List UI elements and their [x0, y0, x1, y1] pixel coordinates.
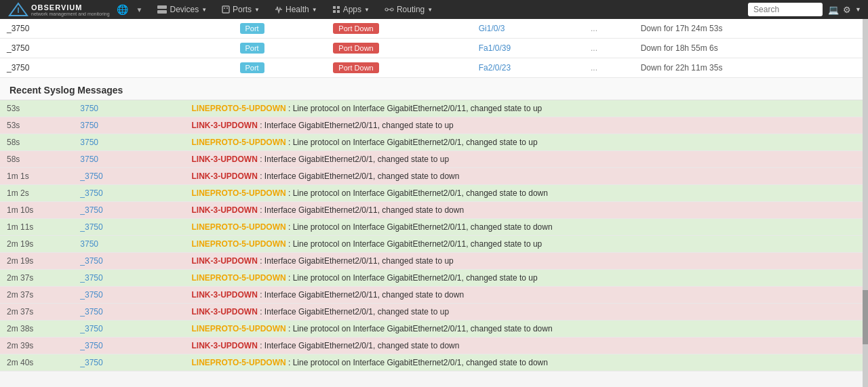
- badge-port-cell: Port: [233, 19, 327, 39]
- syslog-msg-text: : Interface GigabitEthernet2/0/11, chang…: [260, 256, 454, 266]
- syslog-msg-type[interactable]: LINEPROTO-5-UPDOWN: [192, 358, 286, 367]
- port-badge: Port: [240, 23, 264, 34]
- syslog-msg-type[interactable]: LINK-3-UPDOWN: [192, 341, 258, 350]
- down-time-cell: Down for 22h 11m 35s: [634, 58, 868, 78]
- scrollbar-thumb[interactable]: [863, 290, 868, 344]
- syslog-message: LINEPROTO-5-UPDOWN : Line protocol on In…: [185, 236, 868, 253]
- syslog-time: 1m 1s: [0, 168, 73, 185]
- port-down-badge: Port Down: [333, 23, 378, 34]
- server-icon: [157, 5, 167, 14]
- syslog-msg-type[interactable]: LINEPROTO-5-UPDOWN: [192, 273, 286, 283]
- syslog-msg-type[interactable]: LINEPROTO-5-UPDOWN: [192, 138, 286, 147]
- syslog-msg-type[interactable]: LINK-3-UPDOWN: [192, 121, 258, 130]
- syslog-msg-type[interactable]: LINEPROTO-5-UPDOWN: [192, 188, 286, 198]
- main-content: _3750 Port Port Down Gi1/0/3 ... Down fo…: [0, 19, 868, 371]
- syslog-device[interactable]: _3750: [73, 219, 184, 236]
- nav-ports[interactable]: Ports ▼: [215, 0, 267, 19]
- globe-icon[interactable]: 🌐: [117, 4, 128, 15]
- nav-apps[interactable]: Apps ▼: [326, 0, 376, 19]
- syslog-row: 58s 3750 LINEPROTO-5-UPDOWN : Line proto…: [0, 134, 868, 151]
- nav-icons: 💻 ⚙ ▼: [824, 5, 865, 15]
- interface-cell: Gi1/0/3: [472, 19, 584, 39]
- syslog-msg-text: : Interface GigabitEthernet2/0/11, chang…: [260, 205, 464, 215]
- syslog-time: 53s: [0, 117, 73, 134]
- syslog-message: LINK-3-UPDOWN : Interface GigabitEtherne…: [185, 253, 868, 270]
- syslog-message: LINK-3-UPDOWN : Interface GigabitEtherne…: [185, 151, 868, 168]
- syslog-time: 1m 2s: [0, 185, 73, 202]
- brand-logo-icon: [8, 2, 28, 17]
- syslog-row: 2m 19s 3750 LINEPROTO-5-UPDOWN : Line pr…: [0, 236, 868, 253]
- device-name: _3750: [0, 19, 233, 39]
- health-caret-icon: ▼: [312, 7, 317, 13]
- syslog-message: LINK-3-UPDOWN : Interface GigabitEtherne…: [185, 338, 868, 354]
- svg-point-12: [391, 8, 393, 11]
- syslog-device[interactable]: 3750: [73, 117, 184, 134]
- syslog-device[interactable]: _3750: [73, 168, 184, 185]
- syslog-time: 2m 19s: [0, 253, 73, 270]
- syslog-msg-type[interactable]: LINEPROTO-5-UPDOWN: [192, 324, 286, 333]
- syslog-msg-type[interactable]: LINEPROTO-5-UPDOWN: [192, 104, 286, 113]
- interface-link[interactable]: Fa1/0/39: [479, 43, 511, 53]
- device-name: _3750: [0, 58, 233, 78]
- port-down-badge: Port Down: [333, 62, 378, 73]
- settings-icon[interactable]: ⚙: [843, 5, 851, 15]
- syslog-device[interactable]: _3750: [73, 287, 184, 304]
- brand-sub: network management and monitoring: [31, 12, 110, 16]
- svg-rect-7: [333, 6, 336, 9]
- syslog-msg-text: : Line protocol on Interface GigabitEthe…: [288, 222, 553, 232]
- syslog-msg-type[interactable]: LINEPROTO-5-UPDOWN: [192, 222, 286, 232]
- scrollbar[interactable]: [863, 19, 868, 371]
- interface-link[interactable]: Fa2/0/23: [479, 63, 511, 73]
- badge-port-cell: Port: [233, 58, 327, 78]
- syslog-row: 2m 38s _3750 LINEPROTO-5-UPDOWN : Line p…: [0, 321, 868, 338]
- syslog-msg-text: : Line protocol on Interface GigabitEthe…: [288, 138, 538, 147]
- port-row: _3750 Port Port Down Gi1/0/3 ... Down fo…: [0, 19, 868, 39]
- apps-icon: [332, 5, 340, 14]
- syslog-time: 1m 10s: [0, 202, 73, 219]
- syslog-device[interactable]: _3750: [73, 354, 184, 371]
- syslog-time: 58s: [0, 134, 73, 151]
- nav-devices[interactable]: Devices ▼: [151, 0, 214, 19]
- syslog-msg-type[interactable]: LINK-3-UPDOWN: [192, 290, 258, 300]
- syslog-msg-type[interactable]: LINK-3-UPDOWN: [192, 256, 258, 266]
- monitor-icon[interactable]: 💻: [828, 5, 839, 15]
- ports-icon: [222, 5, 230, 14]
- syslog-device[interactable]: _3750: [73, 304, 184, 321]
- syslog-msg-type[interactable]: LINK-3-UPDOWN: [192, 205, 258, 215]
- syslog-device[interactable]: 3750: [73, 151, 184, 168]
- syslog-msg-text: : Line protocol on Interface GigabitEthe…: [288, 104, 542, 113]
- settings-caret-icon: ▼: [855, 6, 861, 13]
- syslog-msg-type[interactable]: LINK-3-UPDOWN: [192, 155, 258, 164]
- syslog-device[interactable]: _3750: [73, 253, 184, 270]
- syslog-msg-type[interactable]: LINK-3-UPDOWN: [192, 171, 258, 181]
- syslog-device[interactable]: _3750: [73, 270, 184, 287]
- syslog-message: LINK-3-UPDOWN : Interface GigabitEtherne…: [185, 287, 868, 304]
- syslog-message: LINEPROTO-5-UPDOWN : Line protocol on In…: [185, 185, 868, 202]
- syslog-msg-text: : Line protocol on Interface GigabitEthe…: [288, 273, 538, 283]
- globe-caret[interactable]: ▼: [130, 0, 150, 19]
- brand[interactable]: OBSERVIUM network management and monitor…: [3, 2, 115, 17]
- syslog-message: LINK-3-UPDOWN : Interface GigabitEtherne…: [185, 202, 868, 219]
- syslog-message: LINK-3-UPDOWN : Interface GigabitEtherne…: [185, 304, 868, 321]
- syslog-device[interactable]: _3750: [73, 185, 184, 202]
- syslog-msg-type[interactable]: LINEPROTO-5-UPDOWN: [192, 239, 286, 249]
- interface-link[interactable]: Gi1/0/3: [479, 24, 505, 33]
- syslog-msg-type[interactable]: LINK-3-UPDOWN: [192, 307, 258, 317]
- syslog-time: 2m 37s: [0, 304, 73, 321]
- syslog-device[interactable]: 3750: [73, 100, 184, 117]
- syslog-device[interactable]: 3750: [73, 236, 184, 253]
- syslog-message: LINEPROTO-5-UPDOWN : Line protocol on In…: [185, 219, 868, 236]
- syslog-msg-text: : Line protocol on Interface GigabitEthe…: [288, 188, 548, 198]
- search-input[interactable]: [748, 3, 823, 16]
- syslog-device[interactable]: _3750: [73, 321, 184, 338]
- nav-routing[interactable]: Routing ▼: [378, 0, 439, 19]
- syslog-device[interactable]: _3750: [73, 202, 184, 219]
- syslog-row: 58s 3750 LINK-3-UPDOWN : Interface Gigab…: [0, 151, 868, 168]
- interface-cell: Fa1/0/39: [472, 39, 584, 58]
- syslog-message: LINEPROTO-5-UPDOWN : Line protocol on In…: [185, 321, 868, 338]
- nav-health[interactable]: Health ▼: [268, 0, 324, 19]
- health-icon: [275, 5, 283, 14]
- badge-status-cell: Port Down: [326, 39, 471, 58]
- syslog-device[interactable]: 3750: [73, 134, 184, 151]
- syslog-device[interactable]: _3750: [73, 338, 184, 354]
